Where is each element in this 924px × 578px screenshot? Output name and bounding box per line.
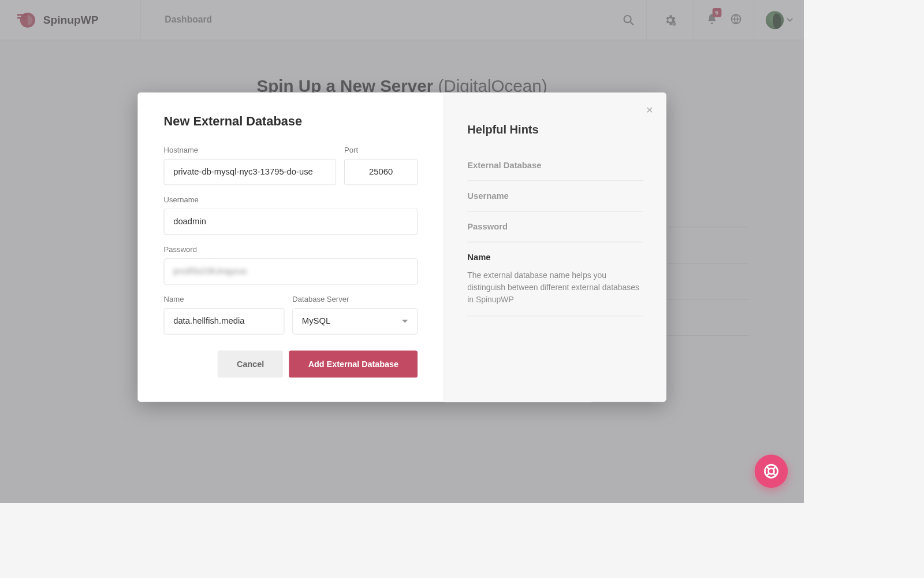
username-input[interactable]: doadmin xyxy=(164,209,418,235)
svg-line-11 xyxy=(766,473,769,476)
close-button[interactable]: × xyxy=(646,103,653,116)
database-server-select[interactable]: MySQL xyxy=(292,308,418,334)
hostname-value: private-db-mysql-nyc3-13795-do-use xyxy=(173,167,313,177)
username-label: Username xyxy=(164,195,418,204)
hint-name-body: The external database name helps you dis… xyxy=(467,269,643,306)
help-fab[interactable] xyxy=(755,454,788,487)
hostname-input[interactable]: private-db-mysql-nyc3-13795-do-use xyxy=(164,159,337,185)
add-external-database-button[interactable]: Add External Database xyxy=(289,350,418,377)
lifebuoy-icon xyxy=(763,462,780,480)
hint-name-label: Name xyxy=(467,253,490,262)
modal-title: New External Database xyxy=(164,114,418,128)
port-value: 25060 xyxy=(369,167,393,177)
svg-line-10 xyxy=(773,466,776,469)
cancel-button[interactable]: Cancel xyxy=(218,350,283,377)
modal-form-pane: New External Database Hostname private-d… xyxy=(137,92,444,402)
port-label: Port xyxy=(344,145,418,154)
name-label: Name xyxy=(164,295,285,303)
password-group: Password pro3f3z23hJnqyzuc xyxy=(164,245,418,285)
modal-actions: Cancel Add External Database xyxy=(164,350,418,377)
hostname-label: Hostname xyxy=(164,145,337,154)
name-input[interactable]: data.hellfish.media xyxy=(164,308,285,334)
external-database-modal: New External Database Hostname private-d… xyxy=(137,92,666,402)
svg-point-8 xyxy=(769,468,774,474)
hostname-group: Hostname private-db-mysql-nyc3-13795-do-… xyxy=(164,145,337,185)
close-icon: × xyxy=(646,102,653,116)
database-server-label: Database Server xyxy=(292,295,418,303)
name-value: data.hellfish.media xyxy=(173,316,244,326)
port-group: Port 25060 xyxy=(344,145,418,185)
username-group: Username doadmin xyxy=(164,195,418,235)
password-input[interactable]: pro3f3z23hJnqyzuc xyxy=(164,258,418,284)
svg-line-9 xyxy=(766,466,769,469)
hint-password[interactable]: Password xyxy=(467,212,643,242)
hints-title: Helpful Hints xyxy=(467,123,643,136)
password-value: pro3f3z23hJnqyzuc xyxy=(173,267,247,276)
modal-hints-pane: × Helpful Hints External Database Userna… xyxy=(444,92,666,402)
password-label: Password xyxy=(164,245,418,254)
hint-name[interactable]: Name The external database name helps yo… xyxy=(467,242,643,316)
hint-external-database[interactable]: External Database xyxy=(467,150,643,181)
name-group: Name data.hellfish.media xyxy=(164,295,285,335)
database-server-group: Database Server MySQL xyxy=(292,295,418,335)
port-input[interactable]: 25060 xyxy=(344,159,418,185)
chevron-down-icon xyxy=(402,320,408,323)
svg-line-12 xyxy=(773,473,776,476)
username-value: doadmin xyxy=(173,217,206,227)
hint-username[interactable]: Username xyxy=(467,181,643,212)
database-server-value: MySQL xyxy=(302,316,330,326)
